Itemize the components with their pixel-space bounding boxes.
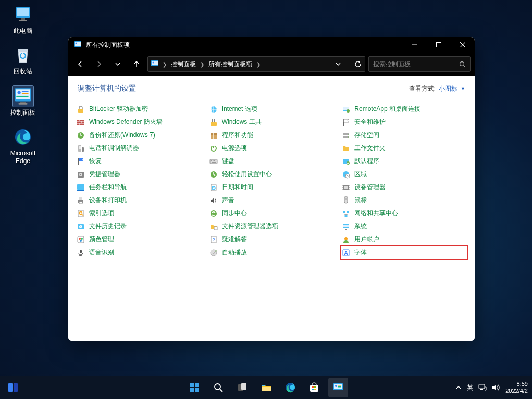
nav-back-button[interactable] — [72, 56, 88, 72]
cp-item-devprint[interactable]: 设备和打印机 — [76, 194, 202, 207]
cp-item-fonts[interactable]: A字体 — [341, 246, 467, 259]
search-icon[interactable] — [459, 61, 466, 68]
svg-rect-52 — [212, 119, 213, 122]
cp-item-bitlocker[interactable]: BitLocker 驱动器加密 — [76, 103, 202, 116]
flag-g-icon — [342, 118, 350, 127]
svg-rect-63 — [214, 160, 215, 161]
view-by-selector[interactable]: 查看方式: 小图标 ▼ — [409, 84, 465, 93]
cp-item-backup7[interactable]: 备份和还原(Windows 7) — [76, 129, 202, 142]
chevron-right-icon[interactable]: ❯ — [200, 61, 204, 67]
control-panel-icon — [151, 60, 158, 68]
start-button[interactable] — [184, 378, 204, 397]
page-title: 调整计算机的设置 — [78, 84, 136, 93]
svg-rect-99 — [14, 383, 18, 392]
cp-item-mouse[interactable]: 鼠标 — [341, 194, 467, 207]
maximize-button[interactable] — [427, 37, 451, 53]
cp-item-netshare[interactable]: 网络和共享中心 — [341, 207, 467, 220]
cp-item-explorer-opt[interactable]: 文件资源管理器选项 — [208, 220, 335, 233]
cp-item-storage[interactable]: 存储空间 — [341, 129, 467, 142]
cp-item-colormgmt[interactable]: 颜色管理 — [76, 233, 202, 246]
cp-item-modem[interactable]: 电话和调制解调器 — [76, 142, 202, 155]
edge-button[interactable] — [280, 378, 300, 397]
address-bar[interactable]: ❯ 控制面板 ❯ 所有控制面板项 ❯ — [147, 56, 365, 72]
hist-icon — [77, 222, 85, 231]
cp-item-indexing[interactable]: 索引选项 — [76, 207, 202, 220]
search-box[interactable] — [368, 56, 471, 72]
minimize-button[interactable] — [403, 37, 427, 53]
desktop-icon-recycle-bin[interactable]: 回收站 — [5, 45, 41, 75]
nav-recent-button[interactable] — [110, 56, 126, 72]
cp-item-defender[interactable]: Windows Defender 防火墙 — [76, 116, 202, 129]
breadcrumb-root[interactable]: 控制面板 — [171, 60, 196, 69]
cp-item-region[interactable]: 区域 — [341, 168, 467, 181]
svg-rect-37 — [77, 190, 84, 191]
cp-item-autoplay[interactable]: 自动播放 — [208, 246, 335, 259]
cp-item-recovery[interactable]: 恢复 — [76, 155, 202, 168]
sync-icon — [209, 209, 218, 218]
breadcrumb-current[interactable]: 所有控制面板项 — [208, 60, 252, 69]
cp-item-cred-mgr[interactable]: 凭据管理器 — [76, 168, 202, 181]
address-dropdown-button[interactable] — [336, 61, 341, 67]
svg-rect-118 — [338, 385, 341, 386]
cp-item-troubleshoot[interactable]: ?疑难解答 — [208, 233, 335, 246]
globe-clock-icon — [342, 170, 350, 179]
cp-item-programs[interactable]: 程序和功能 — [208, 129, 335, 142]
net-icon — [342, 209, 350, 218]
cp-item-speech[interactable]: 语音识别 — [76, 246, 202, 259]
desktop-icon-this-pc[interactable]: 此电脑 — [5, 4, 41, 34]
desktop-icon-label: 控制面板 — [10, 109, 35, 116]
cp-item-filehist[interactable]: 文件历史记录 — [76, 220, 202, 233]
refresh-button[interactable] — [354, 60, 362, 68]
cp-item-sync[interactable]: 同步中心 — [208, 207, 335, 220]
cp-item-workfolders[interactable]: 工作文件夹 — [341, 142, 467, 155]
cp-item-label: 鼠标 — [354, 196, 367, 205]
drive-icon — [342, 131, 350, 140]
globe-icon — [209, 105, 218, 114]
cp-item-wintools[interactable]: Windows 工具 — [208, 116, 335, 129]
nav-forward-button[interactable] — [91, 56, 107, 72]
nav-up-button[interactable] — [129, 56, 144, 72]
svg-rect-17 — [77, 43, 80, 43]
cp-item-inet[interactable]: Internet 选项 — [208, 103, 335, 116]
widgets-button[interactable] — [3, 378, 23, 397]
clock-icon — [209, 183, 218, 192]
cp-item-sound[interactable]: 声音 — [208, 194, 335, 207]
chevron-right-icon[interactable]: ❯ — [163, 61, 167, 67]
cp-item-system[interactable]: 系统 — [341, 220, 467, 233]
cp-item-remoteapp[interactable]: RemoteApp 和桌面连接 — [341, 103, 467, 116]
file-explorer-button[interactable] — [256, 378, 276, 397]
cp-item-label: 程序和功能 — [222, 131, 253, 140]
cp-item-power[interactable]: 电源选项 — [208, 142, 335, 155]
ime-indicator[interactable]: 英 — [467, 383, 473, 392]
desktop-icon-control-panel[interactable]: 控制面板 — [5, 86, 41, 116]
chevron-right-icon[interactable]: ❯ — [256, 61, 261, 67]
desktop-icons: 此电脑 回收站 控制面板 Microsoft Edge — [5, 4, 41, 165]
close-button[interactable] — [451, 37, 475, 53]
store-button[interactable] — [304, 378, 324, 397]
svg-rect-98 — [8, 383, 13, 392]
desktop-icon-edge[interactable]: Microsoft Edge — [5, 127, 41, 165]
svg-rect-114 — [314, 389, 316, 390]
cp-item-tb-nav[interactable]: 任务栏和导航 — [76, 181, 202, 194]
cp-item-datetime[interactable]: 日期和时间 — [208, 181, 335, 194]
search-button[interactable] — [208, 378, 228, 397]
network-icon[interactable] — [478, 384, 487, 391]
search-input[interactable] — [373, 60, 459, 68]
svg-point-47 — [81, 238, 83, 240]
cp-item-security[interactable]: 安全和维护 — [341, 116, 467, 129]
cp-item-devmgr[interactable]: 设备管理器 — [341, 181, 467, 194]
control-panel-task-button[interactable] — [328, 378, 348, 397]
view-by-value[interactable]: 小图标 — [439, 84, 457, 93]
cp-item-label: 区域 — [354, 170, 367, 179]
titlebar[interactable]: 所有控制面板项 — [68, 37, 475, 53]
cp-item-ease[interactable]: 轻松使用设置中心 — [208, 168, 335, 181]
cp-item-default-prog[interactable]: 默认程序 — [341, 155, 467, 168]
taskview-button[interactable] — [232, 378, 252, 397]
cp-item-users[interactable]: 用户帐户 — [341, 233, 467, 246]
view-by-label: 查看方式: — [409, 84, 436, 93]
cp-item-keyboard[interactable]: 键盘 — [208, 155, 335, 168]
cp-item-label: RemoteApp 和桌面连接 — [354, 105, 420, 114]
clock[interactable]: 8:59 2022/4/2 — [505, 381, 528, 394]
tray-chevron-icon[interactable] — [455, 384, 462, 391]
volume-icon[interactable] — [492, 384, 500, 391]
